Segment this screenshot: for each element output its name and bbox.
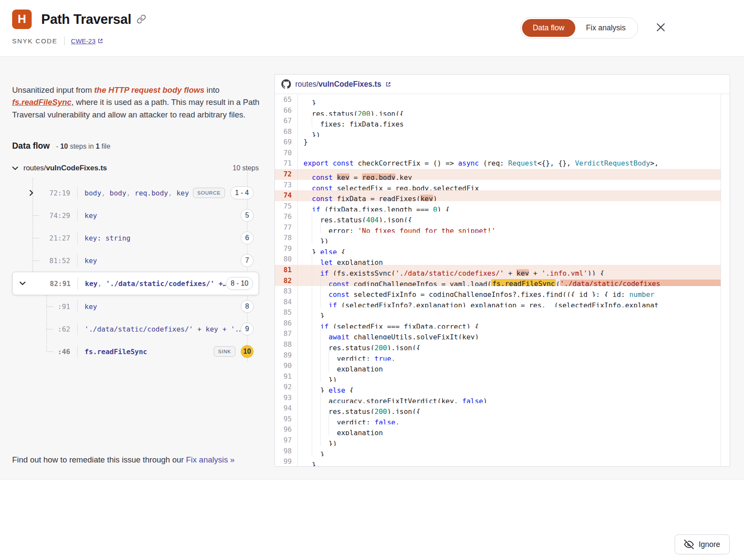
code-scrollbar[interactable] bbox=[721, 276, 730, 287]
line-number: 97 bbox=[275, 435, 297, 446]
code-line: 94res.status(200).json({ bbox=[275, 403, 730, 414]
code-line: 91}) bbox=[275, 371, 730, 382]
code-line: 68}) bbox=[275, 127, 730, 137]
code-scrollbar[interactable] bbox=[721, 403, 730, 414]
code-line-content: } bbox=[297, 456, 721, 466]
code-scrollbar[interactable] bbox=[721, 233, 730, 244]
code-line: 79} else { bbox=[275, 244, 730, 254]
permalink-icon[interactable] bbox=[137, 12, 146, 27]
step-position: 72:19 bbox=[27, 189, 70, 197]
code-scrollbar[interactable] bbox=[721, 446, 730, 457]
code-scrollbar[interactable] bbox=[721, 456, 730, 466]
code-line-content: const key = req.body.key bbox=[297, 169, 721, 180]
code-scrollbar[interactable] bbox=[721, 201, 730, 212]
dataflow-step[interactable]: :91key8 bbox=[12, 295, 259, 318]
step-snippet: './data/static/codefixes/' + key + '.… bbox=[85, 325, 241, 333]
sink-function-link[interactable]: fs.readFileSync bbox=[12, 98, 72, 107]
code-file-link[interactable]: routes/vulnCodeFixes.ts bbox=[275, 75, 730, 94]
divider bbox=[77, 254, 78, 267]
code-scrollbar[interactable] bbox=[721, 318, 730, 329]
ignore-button[interactable]: Ignore bbox=[675, 534, 730, 554]
code-file-name: routes/vulnCodeFixes.ts bbox=[295, 80, 381, 89]
code-scrollbar[interactable] bbox=[721, 414, 730, 425]
code-scrollbar[interactable] bbox=[721, 361, 730, 371]
taint-source-highlight: the HTTP request body flows bbox=[94, 85, 204, 94]
dataflow-step[interactable]: :62'./data/static/codefixes/' + key + '.… bbox=[12, 318, 259, 340]
dataflow-step[interactable]: 81:52key7 bbox=[12, 249, 259, 272]
code-line: 67fixes: fixData.fixes bbox=[275, 116, 730, 127]
steps-text: steps in bbox=[68, 143, 96, 150]
code-scrollbar[interactable] bbox=[721, 435, 730, 446]
code-scrollbar[interactable] bbox=[721, 307, 730, 318]
dataflow-step[interactable]: 72:19body, body, req.body, keySOURCE1 - … bbox=[12, 182, 259, 204]
divider bbox=[77, 232, 78, 244]
tab-fix-analysis[interactable]: Fix analysis bbox=[575, 19, 636, 37]
code-line-content: const fixData = readFixes(key) bbox=[297, 190, 721, 201]
code-line-content: explanation bbox=[297, 424, 721, 435]
code-line: 87await challengeUtils.solveFixIt(key) bbox=[275, 329, 730, 339]
code-scrollbar[interactable] bbox=[721, 371, 730, 382]
line-number: 65 bbox=[275, 94, 297, 105]
step-number-badge: 1 - 4 bbox=[230, 186, 254, 199]
step-snippet: key bbox=[85, 303, 241, 311]
code-line: 97}) bbox=[275, 435, 730, 446]
code-line-content: res.status(404).json({ bbox=[297, 212, 721, 222]
code-line-content: const selectedFixInfo = codingChallengeI… bbox=[297, 286, 721, 297]
code-scrollbar[interactable] bbox=[721, 222, 730, 233]
divider bbox=[77, 300, 78, 313]
code-scrollbar[interactable] bbox=[721, 424, 730, 435]
code-scrollbar[interactable] bbox=[721, 329, 730, 339]
dataflow-step[interactable]: 74:29key5 bbox=[12, 204, 259, 227]
code-scrollbar[interactable] bbox=[721, 265, 730, 276]
sink-badge: SINK bbox=[214, 346, 235, 357]
code-line: 76res.status(404).json({ bbox=[275, 212, 730, 222]
dataflow-step[interactable]: 21:27key: string6 bbox=[12, 227, 259, 249]
dataflow-file-row[interactable]: routes/vulnCodeFixes.ts 10 steps bbox=[12, 164, 259, 173]
dataflow-step[interactable]: 82:91key, './data/static/codefixes/' +…8… bbox=[12, 272, 259, 295]
code-line-content bbox=[297, 148, 721, 159]
code-scrollbar[interactable] bbox=[721, 286, 730, 297]
code-scrollbar[interactable] bbox=[721, 254, 730, 265]
step-snippet: fs.readFileSync bbox=[85, 348, 214, 356]
code-scrollbar[interactable] bbox=[721, 244, 730, 254]
code-line: 86if (selectedFix === fixData.correct) { bbox=[275, 318, 730, 329]
github-icon bbox=[281, 79, 291, 89]
code-scrollbar[interactable] bbox=[721, 158, 730, 169]
code-scrollbar[interactable] bbox=[721, 105, 730, 116]
code-line: 95verdict: false, bbox=[275, 414, 730, 425]
code-line-content: res.status(200).json({ bbox=[297, 105, 721, 116]
line-number: 80 bbox=[275, 254, 297, 265]
code-scrollbar[interactable] bbox=[721, 137, 730, 148]
step-snippet: key: string bbox=[85, 234, 241, 242]
code-scrollbar[interactable] bbox=[721, 127, 730, 137]
code-scrollbar[interactable] bbox=[721, 169, 730, 180]
line-number: 78 bbox=[275, 233, 297, 244]
line-number: 75 bbox=[275, 201, 297, 212]
code-scrollbar[interactable] bbox=[721, 382, 730, 393]
code-scrollbar[interactable] bbox=[721, 116, 730, 127]
code-line-content: }) bbox=[297, 233, 721, 244]
code-scrollbar[interactable] bbox=[721, 339, 730, 350]
code-scrollbar[interactable] bbox=[721, 148, 730, 159]
code-scrollbar[interactable] bbox=[721, 190, 730, 201]
code-lines: 65}66res.status(200).json({67fixes: fixD… bbox=[275, 94, 730, 466]
code-scrollbar[interactable] bbox=[721, 393, 730, 404]
step-snippet: key bbox=[85, 212, 241, 220]
tab-data-flow[interactable]: Data flow bbox=[522, 19, 575, 37]
close-icon[interactable] bbox=[655, 21, 667, 33]
line-number: 81 bbox=[275, 265, 297, 276]
code-scrollbar[interactable] bbox=[721, 350, 730, 361]
code-scrollbar[interactable] bbox=[721, 297, 730, 308]
dataflow-steps: 72:19body, body, req.body, keySOURCE1 - … bbox=[12, 182, 259, 363]
file-count: 1 bbox=[96, 143, 100, 150]
code-scrollbar[interactable] bbox=[721, 180, 730, 191]
code-scrollbar[interactable] bbox=[721, 212, 730, 222]
code-scrollbar[interactable] bbox=[721, 94, 730, 105]
code-line: 82const codingChallengeInfos = yaml.load… bbox=[275, 276, 730, 287]
line-number: 82 bbox=[275, 276, 297, 287]
code-line-content: if (selectedFixInfo?.explanation) explan… bbox=[297, 297, 721, 308]
code-line-content: verdict: true, bbox=[297, 350, 721, 361]
fix-analysis-link[interactable]: Fix analysis » bbox=[186, 455, 235, 464]
dataflow-step[interactable]: :46fs.readFileSyncSINK10 bbox=[12, 340, 259, 363]
cwe-link[interactable]: CWE-23 bbox=[71, 37, 104, 45]
